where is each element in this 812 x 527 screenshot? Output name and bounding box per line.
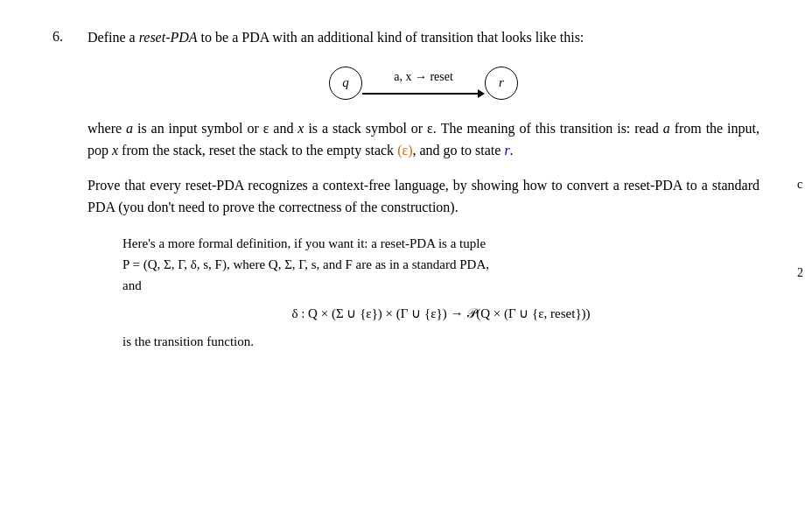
state-diagram: q a, x → reset r — [329, 67, 518, 100]
where-text2: is an input symbol or ε and — [133, 121, 298, 136]
where-text: where — [88, 121, 126, 136]
var-a: a — [126, 121, 133, 136]
formal-line1a: Here's a more formal definition, if you … — [122, 233, 760, 254]
page: c 2 6. Define a reset-PDA to be a PDA wi… — [0, 0, 812, 527]
transition-arrow: a, x → reset — [362, 67, 485, 98]
intro-text-2: to be a PDA with an additional kind of t… — [198, 30, 584, 45]
side-numbers: c 2 — [797, 175, 803, 282]
epsilon-orange: (ε) — [397, 143, 412, 158]
var-a2: a — [663, 121, 670, 136]
formal-line2: and — [122, 275, 760, 296]
arrow-line — [362, 89, 485, 98]
state-q: q — [329, 67, 362, 100]
problem-content: Define a reset-PDA to be a PDA with an a… — [88, 26, 760, 352]
where-paragraph: where a is an input symbol or ε and x is… — [88, 117, 760, 162]
where-text5: from the stack, reset the stack to the e… — [118, 143, 397, 158]
where-text6: , and go to state — [413, 143, 505, 158]
arrow-label: a, x → reset — [394, 67, 453, 86]
arrow-head — [478, 89, 485, 98]
where-text3: is a stack symbol or ε. The meaning of t… — [304, 121, 662, 136]
problem-number: 6. — [52, 26, 88, 352]
formal-line1b: P = (Q, Σ, Γ, δ, s, F), where Q, Σ, Γ, s… — [122, 254, 760, 275]
delta-display: δ : Q × (Σ ∪ {ε}) × (Γ ∪ {ε}) → 𝒫(Q × (Γ… — [122, 303, 760, 324]
reset-pda-term: reset-PDA — [139, 30, 198, 45]
where-text7: . — [510, 143, 514, 158]
problem-item-6: 6. Define a reset-PDA to be a PDA with a… — [52, 26, 760, 352]
indented-block: Here's a more formal definition, if you … — [122, 233, 760, 352]
state-r: r — [485, 67, 518, 100]
arrow-shaft — [362, 93, 478, 95]
intro-text-1: Define a — [88, 30, 139, 45]
diagram-container: q a, x → reset r — [88, 67, 760, 100]
formal-line3: is the transition function. — [122, 331, 760, 352]
prove-paragraph: Prove that every reset-PDA recognizes a … — [88, 174, 760, 219]
side-number-1: c — [797, 175, 803, 193]
side-number-2: 2 — [797, 264, 803, 282]
problem-intro: Define a reset-PDA to be a PDA with an a… — [88, 26, 760, 49]
